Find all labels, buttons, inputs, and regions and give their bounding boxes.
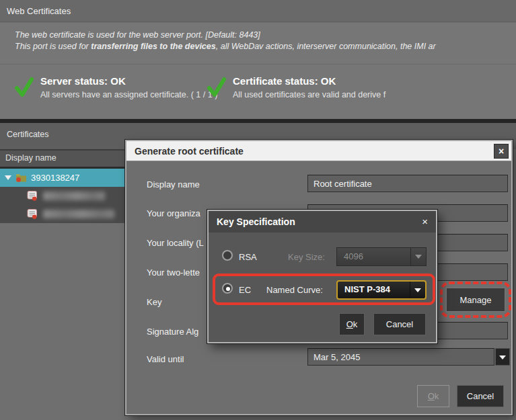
named-curve-value: NIST P-384: [344, 282, 390, 298]
key-specification-dialog: Key Specification × RSA Key Size: 4096 E…: [207, 210, 437, 343]
page-title-bar: Web Certificates: [0, 0, 516, 22]
signature-algorithm-label: Signature Alg: [147, 327, 198, 337]
tree-root-label: 3930138247: [31, 169, 79, 187]
rsa-radio[interactable]: [222, 250, 233, 261]
ok-button[interactable]: Ok: [339, 313, 365, 335]
certificates-tree: 3930138247: [0, 169, 125, 223]
key-size-label: Key Size:: [288, 252, 325, 262]
close-icon[interactable]: ×: [422, 211, 428, 233]
info-line-2: This port is used for transferring files…: [15, 41, 516, 52]
info-note: The web certificate is used for the web …: [0, 23, 516, 64]
ec-radio-selected[interactable]: [222, 283, 233, 294]
key-size-value: 4096: [344, 248, 363, 265]
chevron-down-icon: [499, 355, 506, 360]
column-header-label: Display name: [5, 153, 57, 163]
web-certificates-screen: Web Certificates The web certificate is …: [0, 0, 516, 420]
key-spec-title: Key Specification: [217, 211, 295, 233]
key-spec-title-bar: Key Specification ×: [209, 211, 436, 233]
ok-button-disabled: Ok: [417, 385, 449, 407]
info-line-1: The web certificate is used for the web …: [15, 30, 516, 41]
key-label: Key: [147, 297, 161, 307]
chevron-expanded-icon[interactable]: [5, 175, 11, 180]
server-status-title: Server status: OK: [40, 75, 217, 87]
certificate-status-title: Certificate status: OK: [233, 75, 385, 87]
dialog-title-bar: Generate root certificate ×: [126, 141, 511, 161]
dialog-title: Generate root certificate: [135, 141, 244, 161]
ec-label: EC: [239, 285, 251, 295]
certificate-icon: [27, 190, 38, 202]
server-status-block: Server status: OK All servers have an as…: [15, 75, 217, 99]
check-icon: [15, 77, 34, 98]
chevron-down-icon: [410, 248, 426, 265]
check-icon: [207, 77, 226, 98]
manage-button[interactable]: Manage: [446, 288, 505, 312]
column-header-display-name[interactable]: Display name: [0, 149, 125, 169]
key-size-dropdown-disabled: 4096: [336, 247, 427, 266]
valid-until-dropdown-button[interactable]: [495, 348, 510, 366]
named-curve-dropdown[interactable]: NIST P-384: [336, 280, 427, 300]
tree-row-certificate[interactable]: [0, 187, 125, 205]
certificates-panel-title: Certificates: [7, 123, 49, 146]
redacted-label: [43, 210, 114, 218]
cancel-button[interactable]: Cancel: [457, 385, 504, 407]
certificate-icon: [27, 208, 38, 220]
organization-label: Your organiza: [147, 208, 200, 218]
valid-until-label: Valid until: [147, 354, 184, 364]
page-title: Web Certificates: [7, 0, 71, 22]
status-section: Server status: OK All servers have an as…: [0, 64, 516, 119]
folder-icon: [15, 173, 27, 182]
certificate-status-detail: All used certificates are valid and deri…: [233, 90, 385, 99]
named-curve-label: Named Curve:: [266, 285, 323, 295]
close-icon[interactable]: ×: [494, 144, 509, 159]
redacted-label: [43, 192, 105, 200]
country-label: Your two-lette: [147, 267, 200, 278]
tree-row-root-folder[interactable]: 3930138247: [0, 169, 125, 187]
server-status-detail: All servers have an assigned certificate…: [40, 90, 217, 99]
valid-until-field[interactable]: [307, 348, 494, 366]
display-name-field[interactable]: [307, 175, 508, 192]
certificate-status-block: Certificate status: OK All used certific…: [207, 75, 385, 99]
rsa-label: RSA: [239, 252, 257, 262]
chevron-down-icon: [410, 282, 425, 298]
cancel-button[interactable]: Cancel: [373, 313, 426, 335]
display-name-label: Display name: [147, 179, 200, 190]
locality-label: Your locality (L: [147, 238, 204, 248]
tree-row-certificate[interactable]: [0, 205, 125, 223]
